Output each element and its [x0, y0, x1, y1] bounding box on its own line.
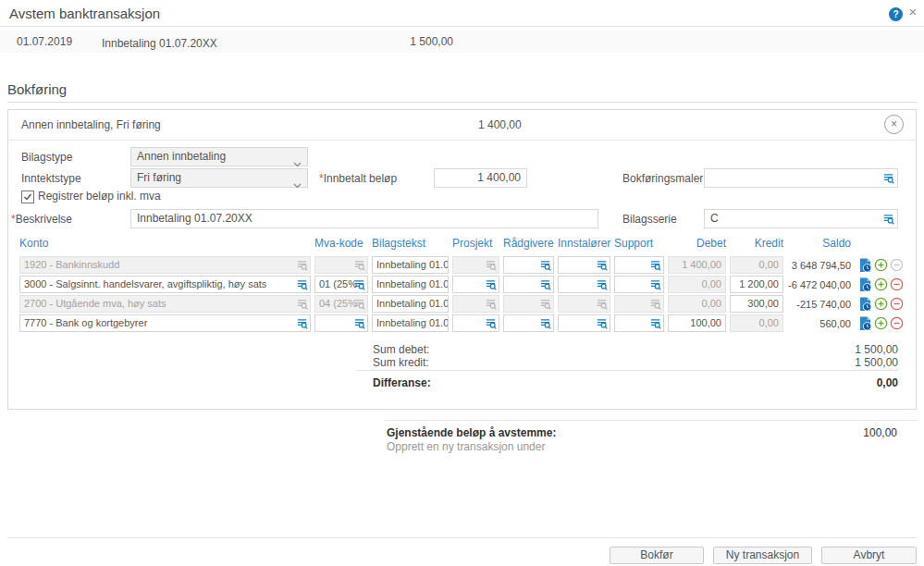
radgivere-cell [503, 295, 554, 313]
periodisering-document-icon[interactable] [857, 277, 872, 292]
remove-row-icon[interactable] [890, 277, 904, 291]
support-cell[interactable] [614, 314, 664, 332]
bilagstekst-cell-value: Innbetaling 01.07. [376, 298, 449, 309]
mva-kode-cell-value: 04 (25% [319, 298, 357, 309]
ny-transaksjon-button[interactable]: Ny transaksjon [713, 547, 812, 564]
lookup-icon[interactable] [882, 213, 894, 225]
lookup-icon [485, 298, 497, 310]
periodisering-document-icon[interactable] [857, 258, 872, 273]
lookup-icon[interactable] [296, 317, 308, 329]
lookup-icon [485, 259, 497, 271]
lookup-icon[interactable] [539, 278, 551, 290]
remaining-label: Gjenstående beløp å avstemme: [387, 426, 556, 439]
kredit-cell[interactable]: 300,00 [730, 295, 783, 313]
prosjekt-cell[interactable] [452, 314, 499, 332]
kredit-cell[interactable]: 1 200,00 [730, 276, 783, 293]
saldo-value: -215 740,00 [787, 299, 854, 310]
panel-amount: 1 400,00 [478, 118, 522, 131]
prosjekt-cell[interactable] [452, 276, 499, 293]
avstem-banktransaksjon-dialog: Avstem banktransaksjon ? × 01.07.2019 In… [0, 0, 924, 566]
innbetalt-belop-input[interactable]: 1 400,00 [434, 168, 527, 188]
lookup-icon[interactable] [485, 317, 497, 329]
row-actions [857, 297, 909, 312]
remove-row-icon[interactable] [890, 316, 904, 330]
bokfor-button[interactable]: Bokfør [610, 547, 704, 564]
bilagstekst-cell[interactable]: Innbetaling 01.07. [372, 256, 449, 274]
prosjekt-cell [452, 295, 499, 313]
col-header-prosjekt: Prosjekt [452, 237, 499, 250]
bokforingsmaler-input[interactable] [704, 168, 898, 188]
panel-header: Annen innbetaling, Fri føring 1 400,00 × [8, 110, 916, 141]
footer-divider [7, 537, 917, 538]
lookup-icon[interactable] [296, 278, 308, 290]
bilagstekst-cell[interactable]: Innbetaling 01.07. [372, 276, 449, 293]
table-header-row: Konto Mva-kode Bilagstekst Prosjekt Rådg… [19, 237, 909, 250]
summary-divider [357, 370, 898, 371]
lookup-icon[interactable] [596, 278, 608, 290]
inntektstype-label: Inntektstype [21, 172, 81, 185]
beskrivelse-label: *Beskrivelse [11, 213, 72, 226]
lookup-icon [353, 259, 365, 271]
close-icon[interactable]: × [906, 5, 919, 19]
table-row: 3000 - Salgsinnt. handelsvarer, avgiftsp… [19, 276, 909, 293]
kredit-cell-value: 0,00 [759, 317, 779, 328]
add-row-icon[interactable] [874, 258, 888, 272]
lookup-icon[interactable] [596, 259, 608, 271]
innstalorer-cell[interactable] [558, 276, 610, 293]
lookup-icon[interactable] [539, 259, 551, 271]
row-actions [857, 277, 909, 292]
mva-kode-cell[interactable] [314, 314, 368, 332]
beskrivelse-input[interactable]: Innbetaling 01.07.20XX [130, 209, 598, 228]
panel-close-icon[interactable]: × [884, 115, 904, 134]
konto-cell[interactable]: 7770 - Bank og kortgebyrer [19, 314, 311, 332]
innstalorer-cell [558, 295, 610, 313]
bilagstype-select[interactable]: Annen innbetaling [130, 147, 308, 166]
lookup-icon[interactable] [882, 172, 894, 184]
support-cell[interactable] [614, 276, 664, 293]
lookup-icon[interactable] [539, 317, 551, 329]
col-header-bilagstekst: Bilagstekst [372, 237, 449, 250]
kredit-cell-value: 0,00 [759, 259, 779, 270]
debet-cell[interactable]: 100,00 [668, 314, 726, 332]
lookup-icon[interactable] [353, 278, 365, 290]
bilagsserie-input[interactable]: C [704, 209, 898, 228]
lookup-icon[interactable] [649, 278, 661, 290]
inntektstype-select[interactable]: Fri føring [130, 168, 308, 188]
lookup-icon[interactable] [485, 278, 497, 290]
bokforingsmaler-label: Bokføringsmaler [622, 172, 703, 185]
periodisering-document-icon[interactable] [857, 316, 872, 331]
avbryt-button[interactable]: Avbryt [821, 547, 917, 564]
chevron-down-icon [293, 177, 302, 194]
kredit-cell-value: 1 200,00 [739, 278, 779, 289]
konto-cell[interactable]: 3000 - Salgsinnt. handelsvarer, avgiftsp… [19, 276, 311, 293]
lookup-icon[interactable] [649, 259, 661, 271]
bilagstype-value: Annen innbetaling [137, 150, 226, 163]
lookup-icon[interactable] [353, 317, 365, 329]
add-row-icon[interactable] [874, 297, 888, 311]
bilagstekst-cell[interactable]: Innbetaling 01.07. [372, 314, 449, 332]
bilagstekst-cell[interactable]: Innbetaling 01.07. [372, 295, 449, 313]
registrer-mva-checkbox[interactable] [21, 191, 34, 203]
title-bar: Avstem banktransaksjon ? × [0, 0, 924, 27]
innstalorer-cell[interactable] [558, 314, 610, 332]
lookup-icon[interactable] [649, 317, 661, 329]
periodisering-document-icon[interactable] [857, 297, 872, 312]
lookup-icon[interactable] [596, 317, 608, 329]
col-header-support: Support [614, 237, 664, 250]
add-row-icon[interactable] [874, 316, 888, 330]
transaction-date: 01.07.2019 [17, 35, 72, 48]
radgivere-cell[interactable] [503, 256, 554, 274]
add-row-icon[interactable] [874, 277, 888, 291]
remove-row-icon[interactable] [890, 297, 904, 311]
support-cell[interactable] [614, 256, 664, 274]
innstalorer-cell[interactable] [558, 256, 610, 274]
help-icon[interactable]: ? [889, 7, 903, 21]
mva-kode-cell[interactable]: 01 (25% [314, 276, 368, 293]
prosjekt-cell [452, 256, 499, 274]
inntektstype-value: Fri føring [137, 171, 181, 184]
mva-kode-cell: 04 (25% [314, 295, 368, 313]
radgivere-cell[interactable] [503, 314, 554, 332]
radgivere-cell[interactable] [503, 276, 554, 293]
col-header-saldo: Saldo [787, 237, 854, 250]
col-header-konto: Konto [19, 237, 311, 250]
